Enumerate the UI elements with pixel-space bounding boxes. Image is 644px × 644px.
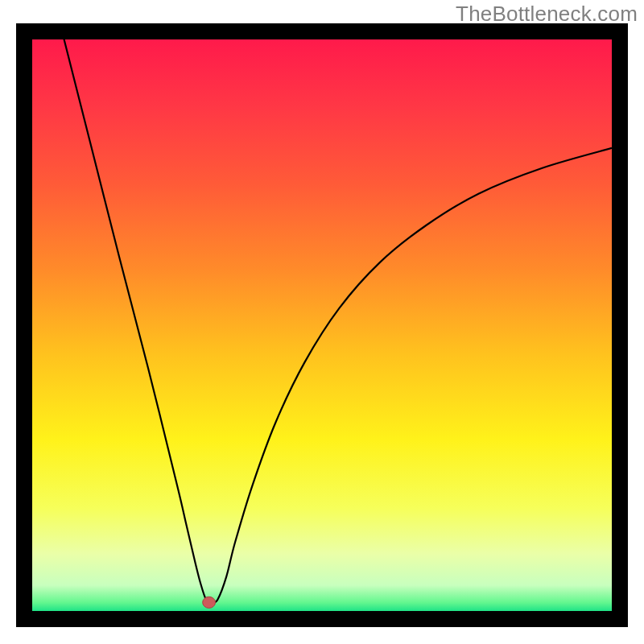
plot-area [32, 39, 612, 611]
gradient-background [32, 39, 612, 611]
plot-svg [32, 39, 612, 611]
watermark-text: TheBottleneck.com [456, 2, 638, 27]
plot-frame [16, 23, 628, 627]
chart-container: TheBottleneck.com [0, 0, 644, 644]
optimal-point-marker [203, 597, 216, 608]
